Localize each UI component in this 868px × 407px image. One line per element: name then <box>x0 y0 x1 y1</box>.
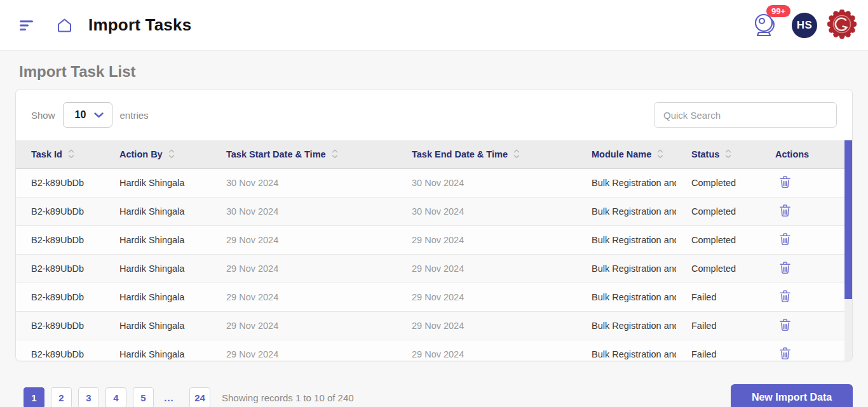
search-input[interactable] <box>654 102 837 128</box>
home-button[interactable] <box>56 17 73 34</box>
column-label: Module Name <box>592 149 651 159</box>
topbar-actions: 99+ HS <box>752 9 857 41</box>
page-button-4[interactable]: 4 <box>105 387 126 407</box>
delete-task-button[interactable] <box>776 231 794 249</box>
page-buttons: 12345...24 <box>24 387 217 407</box>
main-content: Import Task List Show 10 entries Task Id… <box>0 63 868 407</box>
cell-actions <box>760 283 846 311</box>
cell-actions <box>760 311 846 340</box>
delete-task-button[interactable] <box>776 345 794 362</box>
cell-start-date: 29 Nov 2024 <box>211 254 397 283</box>
table-row: B2-k89UbDbHardik Shingala29 Nov 202429 N… <box>16 283 846 311</box>
column-header-status[interactable]: Status <box>676 140 760 168</box>
cell-action-by: Hardik Shingala <box>104 168 211 197</box>
cell-start-date: 29 Nov 2024 <box>211 283 397 311</box>
cell-start-date: 30 Nov 2024 <box>211 197 397 225</box>
cell-action-by: Hardik Shingala <box>104 283 211 311</box>
user-avatar[interactable]: HS <box>792 13 817 38</box>
trash-icon <box>779 318 791 331</box>
column-label: Task End Date & Time <box>412 149 508 159</box>
column-header-module-name[interactable]: Module Name <box>576 140 676 168</box>
table-row: B2-k89UbDbHardik Shingala30 Nov 202430 N… <box>16 168 846 197</box>
cell-task-id: B2-k89UbDb <box>16 340 104 361</box>
cell-actions <box>760 254 846 283</box>
page-button-2[interactable]: 2 <box>51 387 72 407</box>
sort-icon <box>168 149 175 159</box>
table-row: B2-k89UbDbHardik Shingala29 Nov 202429 N… <box>16 340 846 361</box>
column-header-action-by[interactable]: Action By <box>104 140 211 168</box>
trash-icon <box>779 232 791 246</box>
notifications-button[interactable]: 99+ <box>752 9 782 41</box>
cell-task-id: B2-k89UbDb <box>16 254 104 283</box>
home-icon <box>56 17 73 34</box>
delete-task-button[interactable] <box>776 203 794 220</box>
cell-end-date: 29 Nov 2024 <box>397 225 576 254</box>
column-label: Actions <box>775 149 809 159</box>
new-import-data-button[interactable]: New Import Data <box>731 384 853 407</box>
cell-module-name: Bulk Registration and <box>576 197 676 225</box>
column-label: Task Id <box>31 149 62 159</box>
cell-module-name: Bulk Registration and <box>576 311 676 340</box>
page-size-select[interactable]: 10 <box>63 102 112 128</box>
delete-task-button[interactable] <box>776 174 794 192</box>
trash-icon <box>779 204 791 217</box>
cell-actions <box>760 197 846 225</box>
cell-start-date: 29 Nov 2024 <box>211 311 397 340</box>
trash-icon <box>779 347 791 360</box>
cell-actions <box>760 168 846 197</box>
sort-icon <box>725 149 731 159</box>
cell-action-by: Hardik Shingala <box>104 225 211 254</box>
hamburger-icon <box>19 19 34 32</box>
cell-status: Completed <box>676 168 760 197</box>
cell-status: Failed <box>676 283 760 311</box>
page-button-1[interactable]: 1 <box>24 387 44 407</box>
column-header-actions: Actions <box>760 140 846 168</box>
brand-logo[interactable] <box>827 10 857 41</box>
cell-task-id: B2-k89UbDb <box>16 225 104 254</box>
top-bar: Import Tasks 99+ HS <box>0 0 868 51</box>
sort-icon <box>68 149 74 159</box>
trash-icon <box>779 175 791 189</box>
column-label: Task Start Date & Time <box>226 149 326 159</box>
cell-status: Completed <box>676 254 760 283</box>
delete-task-button[interactable] <box>776 288 794 306</box>
sort-icon <box>332 149 338 159</box>
show-label: Show <box>31 110 55 121</box>
cell-task-id: B2-k89UbDb <box>16 311 104 340</box>
table-scrollbar[interactable] <box>844 140 852 361</box>
cell-module-name: Bulk Registration and <box>576 340 676 361</box>
sort-icon <box>513 149 520 159</box>
cell-end-date: 30 Nov 2024 <box>397 197 576 225</box>
page-ellipsis: ... <box>160 387 178 407</box>
table-row: B2-k89UbDbHardik Shingala29 Nov 202429 N… <box>16 225 846 254</box>
page-button-24[interactable]: 24 <box>189 387 210 407</box>
cell-end-date: 30 Nov 2024 <box>397 168 576 197</box>
delete-task-button[interactable] <box>776 317 794 335</box>
page-button-5[interactable]: 5 <box>133 387 154 407</box>
page-button-3[interactable]: 3 <box>78 387 99 407</box>
entries-label: entries <box>120 110 149 121</box>
delete-task-button[interactable] <box>776 260 794 277</box>
chevron-down-icon <box>94 112 104 118</box>
column-header-task-id[interactable]: Task Id <box>16 140 104 168</box>
cell-end-date: 29 Nov 2024 <box>397 340 576 361</box>
cell-module-name: Bulk Registration and <box>576 254 676 283</box>
cell-end-date: 29 Nov 2024 <box>397 283 576 311</box>
table-row: B2-k89UbDbHardik Shingala30 Nov 202430 N… <box>16 197 846 225</box>
column-header-task-start-date-time[interactable]: Task Start Date & Time <box>211 140 397 168</box>
cell-action-by: Hardik Shingala <box>104 340 211 361</box>
menu-button[interactable] <box>19 19 34 32</box>
records-summary: Showing records 1 to 10 of 240 <box>222 392 354 403</box>
column-label: Action By <box>119 149 163 159</box>
cell-module-name: Bulk Registration and <box>576 283 676 311</box>
table-row: B2-k89UbDbHardik Shingala29 Nov 202429 N… <box>16 311 846 340</box>
column-header-task-end-date-time[interactable]: Task End Date & Time <box>397 140 576 168</box>
cell-status: Completed <box>676 197 760 225</box>
cell-task-id: B2-k89UbDb <box>16 283 104 311</box>
cell-module-name: Bulk Registration and <box>576 168 676 197</box>
scrollbar-thumb[interactable] <box>844 140 852 299</box>
table-zone: Task IdAction ByTask Start Date & TimeTa… <box>16 140 852 361</box>
sort-icon <box>657 149 663 159</box>
trash-icon <box>779 261 791 274</box>
cell-start-date: 29 Nov 2024 <box>211 340 397 361</box>
